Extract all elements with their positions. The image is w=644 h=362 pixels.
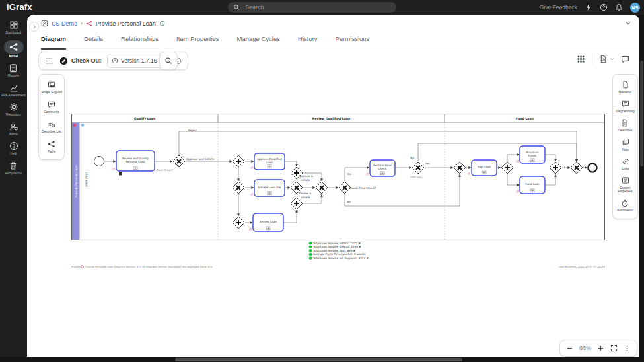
narrative-button[interactable]: Narrative xyxy=(619,81,631,94)
resource-icon: ↺ xyxy=(249,227,252,231)
zoom-in-icon[interactable] xyxy=(597,345,604,352)
svg-text:Funds: Funds xyxy=(528,154,536,157)
diagramming-button[interactable]: Diagramming xyxy=(616,100,635,113)
task-initiate-loan-file[interactable]: Initiate Loan File↺ xyxy=(250,180,285,196)
igrafx-logo: iGrafx xyxy=(7,2,32,12)
sidebar-item-recycle-bin[interactable]: Recycle Bin xyxy=(5,161,22,176)
shape-library-icon[interactable] xyxy=(577,55,585,63)
lane-annotation-icon[interactable] xyxy=(73,124,76,126)
sidebar-item-admin[interactable]: Admin xyxy=(9,122,18,137)
describes-button[interactable]: Describes xyxy=(618,119,632,132)
svg-text:Check: Check xyxy=(378,167,387,170)
check-out-button[interactable]: Check Out xyxy=(59,57,101,65)
narrative-icon xyxy=(622,81,629,89)
note-button[interactable]: Note xyxy=(622,138,629,151)
sidebar-item-reports[interactable]: Reports xyxy=(8,63,19,78)
start-event[interactable] xyxy=(94,157,104,166)
describes-list-icon xyxy=(48,120,55,128)
comments-icon xyxy=(48,100,55,108)
flow-label: Initiate xyxy=(301,178,310,182)
links-icon xyxy=(622,157,629,165)
custom-properties-icon xyxy=(622,176,629,184)
task-review-loan[interactable]: Review Loan↺ xyxy=(249,213,283,231)
legend-item: Average Cycle Time (weeks): 2 weeks xyxy=(313,252,365,256)
avatar[interactable]: MS xyxy=(630,3,640,13)
help-icon[interactable] xyxy=(600,3,608,11)
export-button[interactable] xyxy=(599,55,614,63)
tabs-divider xyxy=(27,48,639,48)
collapse-panel-button[interactable] xyxy=(29,22,39,32)
bpmn-diagram: Qualify LoanReview Qualified LoanFund Lo… xyxy=(71,114,605,270)
give-feedback-link[interactable]: Give Feedback xyxy=(540,4,577,11)
task-perform-final-check[interactable]: Perform FinalCheck↺ xyxy=(366,160,395,176)
sidebar-item-dashboard[interactable]: Dashboard xyxy=(6,20,21,35)
menu-icon[interactable] xyxy=(45,57,54,65)
custom-properties-button[interactable]: Custom Properties xyxy=(614,176,636,194)
search-input[interactable] xyxy=(244,3,391,11)
automation-button[interactable]: Automation xyxy=(617,199,633,213)
paths-button[interactable]: Paths xyxy=(48,140,55,153)
legend-item: Total Loan Volume (All Regions): 3317 # xyxy=(312,256,369,260)
resource-icon: ↺ xyxy=(468,172,470,176)
flow-label: Review & xyxy=(299,192,312,195)
task-provision-funds[interactable]: ProvisionFunds↺ xyxy=(516,146,545,163)
links-button[interactable]: Links xyxy=(622,157,629,170)
notifications-icon[interactable] xyxy=(615,3,623,11)
task-approve-qualified-loan[interactable]: Approve QualifiedLoan↺ xyxy=(250,153,285,170)
phase-label: Qualify Loan xyxy=(134,117,155,120)
sidebar-item-repository[interactable]: Repository xyxy=(6,102,21,117)
flow-label: Yes xyxy=(425,162,430,165)
diagram-canvas[interactable]: Qualify LoanReview Qualified LoanFund Lo… xyxy=(71,114,605,270)
diagram-footer-left-rest: Provide Personal Loan Diagram Version: 1… xyxy=(85,265,213,268)
svg-text:Loan: Loan xyxy=(266,161,273,164)
flow-label: Initiate xyxy=(301,196,310,199)
more-options-icon[interactable] xyxy=(624,345,631,352)
sidebar-item-help[interactable]: Help xyxy=(9,141,18,156)
panel-item-label: Paths xyxy=(48,150,55,154)
whats-new-icon[interactable] xyxy=(585,3,592,11)
fullscreen-icon[interactable] xyxy=(610,345,618,352)
zoom-level: 66% xyxy=(579,345,591,351)
horizontal-scrollbar-thumb[interactable] xyxy=(175,358,462,361)
global-search[interactable] xyxy=(228,2,396,13)
resource-icon: ↺ xyxy=(112,167,115,171)
zoom-out-icon[interactable] xyxy=(566,345,573,352)
flow-label: Approve & xyxy=(299,174,314,178)
vertical-scrollbar-thumb[interactable] xyxy=(640,61,643,166)
vertical-scrollbar[interactable] xyxy=(639,15,644,357)
flow-label: No xyxy=(410,156,414,159)
diagram-search-button[interactable] xyxy=(159,52,178,70)
legend-item: Total Loan Volume (EMEA): 1099 # xyxy=(312,245,361,248)
legend-dot xyxy=(309,257,312,260)
reports-icon xyxy=(9,63,18,73)
horizontal-scrollbar[interactable] xyxy=(0,357,644,362)
model-icon xyxy=(9,42,18,52)
dashboard-icon xyxy=(9,20,18,30)
search-icon xyxy=(233,4,240,11)
diagramming-icon xyxy=(622,100,629,108)
shape-legend-button[interactable]: Shape Legend xyxy=(41,81,61,94)
sidebar-item-rpa-assessment[interactable]: RPA Assessment xyxy=(1,83,25,98)
note-icon xyxy=(622,138,629,146)
check-out-label: Check Out xyxy=(71,57,101,64)
flow-label: Loan OK? xyxy=(410,175,423,178)
comments-button[interactable]: Comments xyxy=(44,100,59,114)
collapse-header-chevron-icon[interactable] xyxy=(625,20,631,26)
lane-comment-icon[interactable] xyxy=(81,124,84,126)
panel-item-label: Comments xyxy=(44,110,59,114)
version-clock-icon xyxy=(112,57,118,64)
sidebar-item-model[interactable]: Model xyxy=(4,40,24,59)
end-event[interactable] xyxy=(589,164,597,172)
top-app-bar: iGrafx Give Feedback MS xyxy=(0,0,644,15)
export-document-icon xyxy=(599,55,608,63)
task-fund-loan[interactable]: Fund Loan↺ xyxy=(516,176,545,194)
sidebar-item-label: Model xyxy=(9,55,18,59)
task-sign-loan[interactable]: Sign Loan↺ xyxy=(468,160,497,176)
describes-list-button[interactable]: Describes List xyxy=(42,120,61,133)
panel-item-label: Note xyxy=(622,148,628,152)
breadcrumb-parent-link[interactable]: US Demo xyxy=(52,20,77,27)
sidebar-item-label: Admin xyxy=(9,133,18,137)
resource-icon: ↺ xyxy=(366,172,369,176)
comment-icon[interactable] xyxy=(621,55,629,63)
panel-item-label: Custom Properties xyxy=(614,186,636,194)
